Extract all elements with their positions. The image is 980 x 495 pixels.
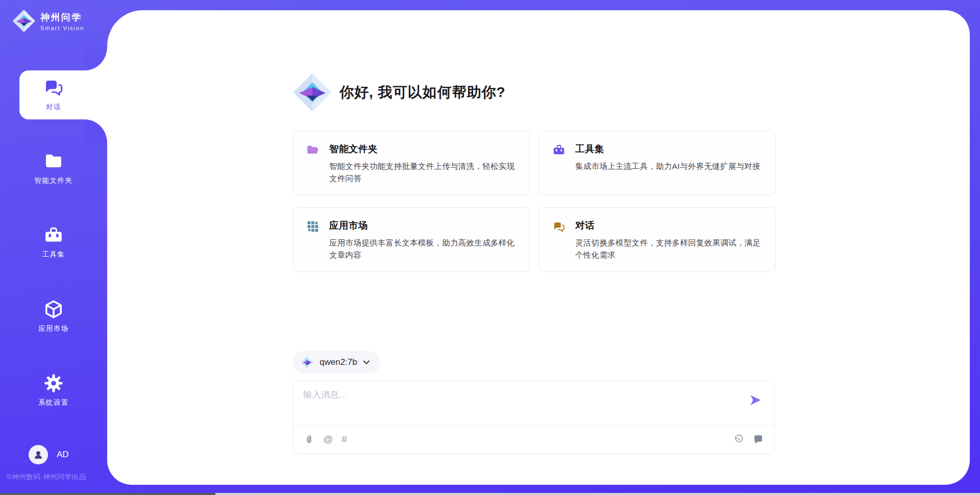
card-title: 对话 (575, 219, 763, 232)
mention-button[interactable]: @ (323, 434, 333, 444)
message-composer: @ # (292, 381, 775, 454)
grid-icon (306, 219, 320, 271)
card-app-market[interactable]: 应用市场 应用市场提供丰富长文本模板，助力高效生成多样化文章内容 (292, 207, 530, 272)
comment-button[interactable] (753, 434, 764, 444)
toolbox-icon (552, 142, 566, 195)
folder-open-icon (306, 142, 320, 195)
tab-fillet-bottom (85, 119, 107, 143)
send-button[interactable] (749, 393, 762, 407)
at-icon: @ (323, 434, 333, 444)
card-description: 应用市场提供丰富长文本模板，助力高效生成多样化文章内容 (329, 237, 517, 262)
sidebar: 神州问学 Smart Vision 对话 智能文件夹 工具集 应用市场 系统设置 (0, 0, 107, 495)
main-content: 你好, 我可以如何帮助你? 智能文件夹 智能文件夹功能支持批量文件上传与清洗，轻… (292, 10, 776, 485)
horizontal-scrollbar-thumb[interactable] (0, 493, 215, 495)
user-account[interactable]: AD (29, 445, 69, 464)
model-name: qwen2:7b (320, 357, 357, 367)
sidebar-item-label: 系统设置 (38, 398, 69, 407)
brand-subtitle: Smart Vision (40, 25, 84, 31)
sidebar-item-label: 工具集 (42, 250, 65, 259)
greeting-diamond-icon (292, 72, 332, 112)
card-description: 集成市场上主流工具，助力AI与外界无缝扩展与对接 (575, 160, 761, 172)
card-description: 灵活切换多模型文件，支持多样回复效果调试，满足个性化需求 (575, 237, 763, 262)
sidebar-item-app-market[interactable]: 应用市场 (0, 299, 107, 333)
toolbox-icon (43, 225, 64, 245)
app-logo: 神州问学 Smart Vision (12, 9, 84, 33)
attach-button[interactable] (304, 434, 314, 444)
card-toolset[interactable]: 工具集 集成市场上主流工具，助力AI与外界无缝扩展与对接 (538, 131, 776, 195)
user-name: AD (57, 450, 69, 460)
topic-button[interactable]: # (341, 434, 347, 444)
shortcut-cards: 智能文件夹 智能文件夹功能支持批量文件上传与清洗，轻松实现文件问答 工具集 集成… (292, 131, 776, 272)
sidebar-item-smart-folder[interactable]: 智能文件夹 (0, 151, 107, 185)
chevron-down-icon (363, 360, 370, 365)
chat-icon (43, 77, 64, 98)
toolbar-right-group (733, 434, 764, 444)
history-button[interactable] (733, 434, 744, 444)
sidebar-item-label: 对话 (46, 103, 61, 112)
copyright-text: ©神州数码·神州问学出品 (7, 473, 86, 482)
composer-toolbar: @ # (304, 426, 764, 452)
folder-icon (43, 151, 64, 171)
brand-title: 神州问学 (40, 11, 84, 23)
brand-diamond-icon (12, 9, 36, 33)
app-window: 神州问学 Smart Vision 对话 智能文件夹 工具集 应用市场 系统设置 (0, 0, 980, 495)
tab-fillet-top (85, 47, 107, 70)
sidebar-item-label: 智能文件夹 (35, 176, 73, 185)
send-icon (749, 393, 762, 407)
card-title: 工具集 (575, 142, 761, 155)
avatar (29, 445, 48, 464)
card-description: 智能文件夹功能支持批量文件上传与清洗，轻松实现文件问答 (329, 160, 517, 185)
history-icon (733, 434, 744, 444)
card-chat[interactable]: 对话 灵活切换多模型文件，支持多样回复效果调试，满足个性化需求 (538, 207, 776, 272)
horizontal-scrollbar (0, 493, 980, 495)
toolbar-left-group: @ # (304, 434, 347, 444)
greeting: 你好, 我可以如何帮助你? (292, 72, 506, 112)
card-title: 智能文件夹 (329, 142, 517, 155)
message-input[interactable] (303, 389, 739, 420)
sidebar-item-label: 应用市场 (38, 324, 69, 333)
paperclip-icon (304, 434, 314, 444)
card-title: 应用市场 (329, 219, 517, 232)
sidebar-item-toolset[interactable]: 工具集 (0, 225, 107, 259)
gear-icon (43, 373, 64, 393)
sidebar-item-settings[interactable]: 系统设置 (0, 373, 107, 407)
cube-icon (43, 299, 64, 319)
sidebar-item-chat[interactable]: 对话 (0, 77, 107, 112)
comment-icon (753, 434, 764, 444)
greeting-title: 你好, 我可以如何帮助你? (339, 83, 506, 102)
model-selector[interactable]: qwen2:7b (292, 351, 380, 374)
hash-icon: # (341, 434, 347, 444)
chat-icon (552, 219, 566, 271)
model-diamond-icon (301, 356, 314, 369)
person-icon (33, 449, 44, 460)
card-smart-folder[interactable]: 智能文件夹 智能文件夹功能支持批量文件上传与清洗，轻松实现文件问答 (292, 131, 530, 195)
